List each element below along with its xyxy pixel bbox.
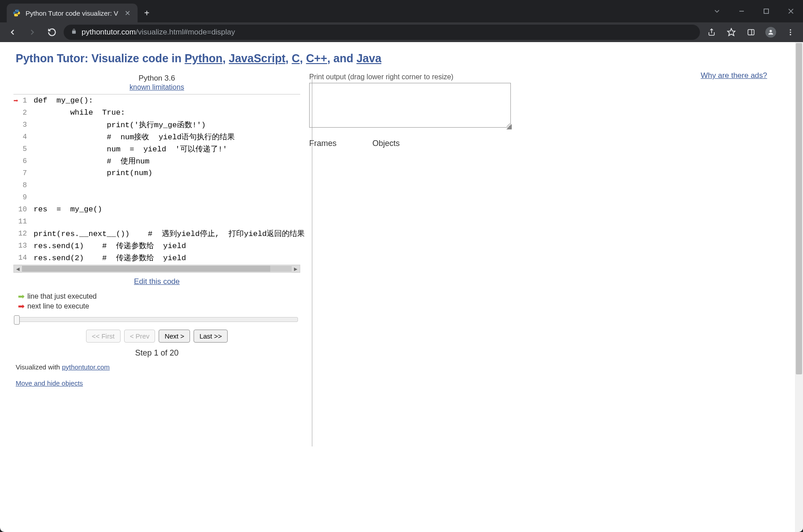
line-number: 4 [18,131,31,143]
frames-heading: Frames [309,139,337,148]
line-number: 5 [18,143,31,155]
code-text [31,215,305,227]
window-controls [704,0,803,22]
svg-point-0 [15,10,16,11]
why-ads-link[interactable]: Why are there ads? [701,71,767,80]
code-horizontal-scrollbar[interactable]: ◀ ▶ [13,265,300,273]
scroll-right-icon[interactable]: ▶ [292,265,300,272]
arrow-cell [13,203,18,215]
menu-dots-icon[interactable] [782,24,799,40]
code-text: res.send(1) # 传递参数给 yield [31,240,305,252]
move-hide-objects-link[interactable]: Move and hide objects [16,379,83,387]
pythontutor-link[interactable]: pythontutor.com [62,363,110,371]
code-text: # 使用num [31,155,305,167]
code-line: 12print(res.__next__()) # 遇到yield停止, 打印y… [13,227,305,240]
python-version-text: Python 3.6 [13,74,300,83]
arrow-cell [13,215,18,227]
code-text [31,191,305,203]
minimize-icon[interactable] [729,0,754,22]
code-text: def my_ge(): [31,94,305,107]
reload-button[interactable] [44,24,60,40]
code-text: res.send(2) # 传递参数给 yield [31,252,305,264]
line-number: 9 [18,191,31,203]
code-text [31,179,305,191]
close-window-icon[interactable] [778,0,803,22]
nav-bar: pythontutor.com/visualize.html#mode=disp… [0,22,803,42]
prev-button[interactable]: < Prev [124,330,155,343]
arrow-cell: ➡ [13,94,18,107]
resize-handle-icon[interactable] [506,124,512,129]
last-button[interactable]: Last >> [194,330,228,343]
code-line: 10res = my_ge() [13,203,305,215]
python-favicon-icon [12,9,21,17]
page-scrollbar[interactable] [795,42,803,532]
output-pane: Print output (drag lower right corner to… [309,69,790,389]
page-title: Python Tutor: Visualize code in Python, … [0,42,803,69]
step-nav-buttons: << First < Prev Next > Last >> [13,324,300,345]
next-button[interactable]: Next > [159,330,190,343]
code-text: while True: [31,107,305,119]
line-number: 13 [18,240,31,252]
arrow-cell [13,227,18,240]
known-limitations-link[interactable]: known limitations [130,83,184,91]
line-number: 11 [18,215,31,227]
code-text: num = yield '可以传递了!' [31,143,305,155]
browser-tab[interactable]: Python Tutor code visualizer: V ✕ [7,4,138,22]
code-line: 7 print(num) [13,167,305,179]
arrow-cell [13,143,18,155]
python-link[interactable]: Python [185,52,223,64]
page-scroll-thumb[interactable] [796,43,802,374]
profile-icon[interactable] [763,24,779,40]
code-text: res = my_ge() [31,203,305,215]
svg-point-10 [769,30,772,32]
legend-next-line: next line to execute [27,302,89,310]
code-line: 2 while True: [13,107,305,119]
code-pane: Python 3.6 known limitations ➡1def my_ge… [13,69,300,389]
c-link[interactable]: C [292,52,300,64]
tab-search-icon[interactable] [704,0,729,22]
cpp-link[interactable]: C++ [306,52,327,64]
side-panel-icon[interactable] [743,24,759,40]
back-button[interactable] [4,24,21,40]
svg-point-1 [17,15,18,16]
pane-divider [312,76,312,446]
code-area: ➡1def my_ge():2 while True:3 print('执行my… [13,94,300,273]
url-text: pythontutor.com/visualize.html#mode=disp… [82,28,235,37]
next-line-arrow-icon: ➡ [13,97,18,106]
code-line: 8 [13,179,305,191]
step-slider[interactable] [13,315,300,324]
code-text: # num接收 yield语句执行的结果 [31,131,305,143]
forward-button[interactable] [24,24,40,40]
just-executed-arrow-icon: ➡ [16,292,25,301]
maximize-icon[interactable] [754,0,778,22]
code-line: 13res.send(1) # 传递参数给 yield [13,240,305,252]
close-tab-icon[interactable]: ✕ [123,8,132,18]
hscroll-thumb[interactable] [22,266,270,272]
code-line: ➡1def my_ge(): [13,94,305,107]
arrow-cell [13,252,18,264]
java-link[interactable]: Java [356,52,381,64]
bookmark-star-icon[interactable] [723,24,739,40]
code-line: 6 # 使用num [13,155,305,167]
line-number: 12 [18,227,31,240]
line-number: 10 [18,203,31,215]
new-tab-button[interactable]: + [138,4,156,22]
edit-code-link[interactable]: Edit this code [134,277,180,286]
step-counter: Step 1 of 20 [13,345,300,361]
code-line: 3 print('执行my_ge函数!') [13,119,305,131]
visualized-with: Visualized with pythontutor.com [13,361,300,373]
line-number: 2 [18,107,31,119]
javascript-link[interactable]: JavaScript [229,52,285,64]
arrow-cell [13,191,18,203]
code-text: print(num) [31,167,305,179]
print-output-box[interactable] [309,83,511,128]
first-button[interactable]: << First [86,330,121,343]
line-number: 3 [18,119,31,131]
line-number: 6 [18,155,31,167]
share-icon[interactable] [704,24,720,40]
slider-thumb[interactable] [14,315,20,325]
scroll-left-icon[interactable]: ◀ [14,265,22,272]
line-number: 8 [18,179,31,191]
svg-point-12 [790,32,791,33]
address-bar[interactable]: pythontutor.com/visualize.html#mode=disp… [64,25,700,40]
